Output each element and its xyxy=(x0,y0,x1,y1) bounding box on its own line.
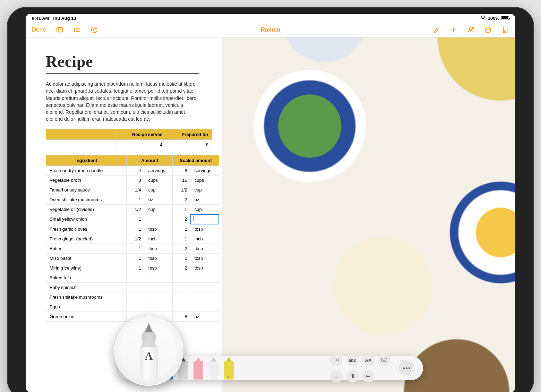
cell-samt[interactable] xyxy=(173,302,191,312)
tool-eraser[interactable] xyxy=(194,361,203,380)
cell-unit[interactable] xyxy=(145,273,173,282)
cell-samt[interactable] xyxy=(173,282,191,292)
cell-sunit[interactable]: tbsp xyxy=(191,244,219,253)
cell-amt[interactable] xyxy=(127,273,145,282)
cell-samt[interactable] xyxy=(173,292,191,302)
abc-button[interactable]: abc xyxy=(346,354,359,366)
document-settings-icon[interactable] xyxy=(501,26,509,34)
table-row[interactable]: Vegetable oil (divided)1/2cup1cup xyxy=(46,204,219,214)
cell-name[interactable]: Dried shiitake mushrooms xyxy=(46,195,127,204)
cell-samt[interactable]: 16 xyxy=(173,175,191,185)
cell-samt[interactable]: 1 xyxy=(173,234,191,244)
indent-right-icon[interactable] xyxy=(330,354,343,366)
cell-name[interactable]: Tamari or soy sauce xyxy=(46,185,127,195)
table-row[interactable]: Green onion8oz xyxy=(46,312,219,321)
return-icon[interactable] xyxy=(362,370,375,382)
done-button[interactable]: Done xyxy=(32,26,46,33)
cell-amt[interactable]: 1 xyxy=(127,195,145,204)
cell-amt[interactable]: 1 xyxy=(127,214,145,224)
cell-unit[interactable]: cups xyxy=(145,175,173,185)
recipe-body[interactable]: Ac dolor ac adipiscing amet bibendum nul… xyxy=(46,80,199,123)
cell-amt[interactable]: 4 xyxy=(127,165,145,175)
collaborate-icon[interactable] xyxy=(467,26,474,34)
table-row[interactable]: Butter1tbsp2tbsp xyxy=(46,244,219,253)
cell-name[interactable]: Fresh shiitake mushrooms xyxy=(46,292,127,302)
cell-sunit[interactable]: cups xyxy=(191,175,219,185)
ingredients-table[interactable]: Ingredient Amount Scaled amount Fresh or… xyxy=(46,155,219,322)
cell-amt[interactable]: 1 xyxy=(127,244,145,253)
cell-sunit[interactable]: servings xyxy=(191,165,219,175)
cell-sunit[interactable] xyxy=(191,282,219,292)
cell-unit[interactable]: servings xyxy=(145,165,173,175)
table-row[interactable]: Dried shiitake mushrooms1oz2oz xyxy=(46,195,219,204)
cell-sunit[interactable]: tbsp xyxy=(191,224,219,234)
cell-unit[interactable] xyxy=(145,214,173,224)
cell-name[interactable]: Small yellow onion xyxy=(46,214,127,224)
cell-samt[interactable]: 2 xyxy=(173,244,191,253)
cell-sunit[interactable]: cup xyxy=(191,185,219,195)
cell-sunit[interactable] xyxy=(191,292,219,302)
cell-name[interactable]: Miso paste xyxy=(46,253,127,263)
cell-samt[interactable]: 2 xyxy=(173,195,191,204)
cell-sunit[interactable] xyxy=(191,273,219,282)
cell-amt[interactable] xyxy=(127,292,145,302)
cell-name[interactable]: Butter xyxy=(46,244,127,253)
cell-unit[interactable]: oz xyxy=(145,195,173,204)
text-size-button[interactable]: AA xyxy=(362,354,375,366)
format-brush-icon[interactable] xyxy=(432,26,440,34)
cell-amt[interactable]: 1/2 xyxy=(127,234,145,244)
cell-unit[interactable]: tbsp xyxy=(145,263,173,273)
list-icon[interactable] xyxy=(73,26,81,34)
cell-samt[interactable] xyxy=(173,273,191,282)
cell-samt[interactable]: 8 xyxy=(173,165,191,175)
table-row[interactable]: Vegetable broth8cups16cups xyxy=(46,175,219,185)
serves-cell-1[interactable]: 4 xyxy=(115,139,166,150)
cell-sunit[interactable]: cup xyxy=(191,204,219,214)
cell-amt[interactable]: 1 xyxy=(127,253,145,263)
cell-amt[interactable]: 1/4 xyxy=(127,185,145,195)
table-row[interactable]: Tamari or soy sauce1/4cup1/2cup xyxy=(46,185,219,195)
cell-name[interactable]: Vegetable broth xyxy=(46,175,127,185)
table-row[interactable]: Small yellow onion12 xyxy=(46,214,219,224)
cell-sunit[interactable]: tbsp xyxy=(191,253,219,263)
cell-unit[interactable]: cup xyxy=(145,204,173,214)
cell-amt[interactable] xyxy=(127,302,145,312)
cell-unit[interactable]: tbsp xyxy=(145,244,173,253)
cell-amt[interactable]: 8 xyxy=(127,175,145,185)
align-icon[interactable] xyxy=(330,370,343,382)
cell-unit[interactable]: cup xyxy=(145,185,173,195)
cell-sunit[interactable]: inch xyxy=(191,234,219,244)
cell-name[interactable]: Mirin (rice wine) xyxy=(46,263,127,273)
serves-table[interactable]: Recipe serves Prepared for 4 8 xyxy=(46,129,212,150)
add-icon[interactable] xyxy=(449,26,457,34)
recipe-heading[interactable]: Recipe xyxy=(46,50,199,74)
table-row[interactable]: Eggs xyxy=(46,302,219,312)
cell-name[interactable]: Fresh or dry ramen noodle xyxy=(46,165,127,175)
paragraph-icon[interactable] xyxy=(346,370,359,382)
cell-sunit[interactable] xyxy=(191,302,219,312)
table-row[interactable]: Fresh garlic cloves1tbsp2tbsp xyxy=(46,224,219,234)
table-row[interactable]: Fresh ginger (peeled)1/2inch1inch xyxy=(46,234,219,244)
cell-amt[interactable]: 1 xyxy=(127,224,145,234)
cell-unit[interactable] xyxy=(145,282,173,292)
table-row[interactable]: Miso paste1tbsp2tbsp xyxy=(46,253,219,263)
cell-name[interactable]: Baked tofu xyxy=(46,273,127,282)
cell-name[interactable]: Vegetable oil (divided) xyxy=(46,204,127,214)
cell-sunit[interactable] xyxy=(191,214,219,224)
cell-samt[interactable]: 8 xyxy=(173,312,191,321)
undo-icon[interactable] xyxy=(91,26,98,34)
cell-unit[interactable]: inch xyxy=(145,234,173,244)
cell-samt[interactable]: 2 xyxy=(173,224,191,234)
serves-cell-2[interactable]: 8 xyxy=(166,139,212,150)
cell-name[interactable]: Eggs xyxy=(46,302,127,312)
scribble-more-icon[interactable] xyxy=(399,360,414,376)
cell-samt[interactable]: 2 xyxy=(173,214,191,224)
cell-samt[interactable]: 2 xyxy=(173,253,191,263)
cell-name[interactable]: Fresh ginger (peeled) xyxy=(46,234,127,244)
cell-amt[interactable]: 1 xyxy=(127,263,145,273)
cell-sunit[interactable]: tbsp xyxy=(191,263,219,273)
cell-name[interactable]: Green onion xyxy=(46,312,127,321)
cell-samt[interactable]: 1 xyxy=(173,204,191,214)
table-row[interactable]: Baked tofu xyxy=(46,273,219,282)
cell-unit[interactable]: tbsp xyxy=(145,224,173,234)
